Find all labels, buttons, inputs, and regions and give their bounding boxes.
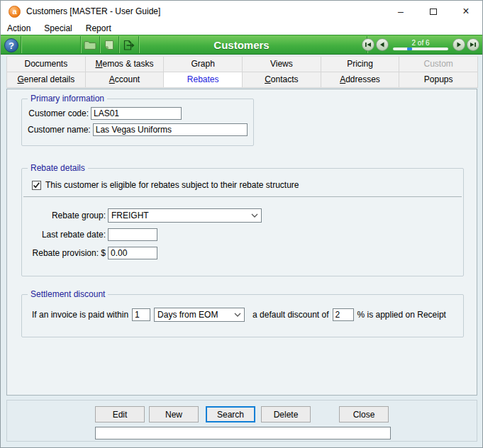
customer-name-label: Customer name:	[28, 125, 91, 135]
customer-code-field[interactable]	[91, 107, 182, 120]
rebate-details-legend: Rebate details	[28, 163, 88, 173]
rebate-provision-label: Rebate provision: $	[28, 248, 106, 258]
export-button[interactable]	[119, 37, 138, 53]
title-bar: a Customers [MASTER - User Guide] – ×	[1, 1, 482, 22]
customer-code-label: Customer code:	[28, 108, 89, 118]
help-icon[interactable]: ?	[4, 38, 18, 52]
last-rebate-date-label: Last rebate date:	[28, 230, 106, 240]
primary-information-group: Primary information Customer code: Custo…	[21, 94, 254, 146]
tab-documents[interactable]: Documents	[7, 57, 86, 72]
settlement-period-dropdown[interactable]: Days from EOM	[154, 308, 245, 322]
checkmark-icon	[33, 181, 40, 189]
record-position: 2 of 6	[390, 39, 451, 50]
status-field[interactable]	[95, 427, 391, 439]
window-title: Customers [MASTER - User Guide]	[26, 6, 160, 16]
action-button-row: Edit New Search Delete Close	[95, 406, 389, 422]
settlement-text-middle: a default discount of	[252, 310, 328, 320]
first-record-button[interactable]	[362, 38, 374, 51]
maximize-icon	[430, 9, 437, 15]
tab-contacts[interactable]: Contacts	[243, 72, 321, 88]
tab-graph[interactable]: Graph	[164, 57, 243, 72]
menu-special[interactable]: Special	[44, 23, 72, 33]
search-button[interactable]: Search	[206, 406, 255, 422]
tab-rebates[interactable]: Rebates	[164, 72, 243, 88]
record-position-text: 2 of 6	[411, 39, 429, 47]
rebate-group-value: FREIGHT	[111, 211, 149, 220]
toolbar-separator	[138, 36, 140, 53]
chevron-down-icon	[251, 213, 258, 218]
section-divider	[23, 196, 462, 197]
maximize-button[interactable]	[417, 1, 450, 22]
menu-report[interactable]: Report	[86, 23, 111, 33]
open-folder-button[interactable]	[81, 37, 99, 53]
app-logo-icon: a	[9, 6, 21, 18]
last-record-button[interactable]	[467, 38, 479, 51]
rebate-group-label: Rebate group:	[28, 211, 106, 220]
last-rebate-date-field[interactable]	[108, 228, 157, 241]
rebate-details-group: Rebate details This customer is eligible…	[21, 163, 464, 276]
next-record-button[interactable]	[453, 38, 465, 51]
open-folder-icon	[84, 40, 96, 50]
record-position-slider[interactable]	[393, 47, 448, 50]
rebate-provision-field[interactable]	[108, 247, 157, 259]
tab-general-details[interactable]: General details	[7, 72, 86, 88]
first-record-icon	[365, 41, 372, 48]
menu-bar: Action Special Report	[1, 22, 482, 35]
tab-memos-and-tasks[interactable]: Memos & tasks	[86, 57, 165, 72]
close-icon: ×	[462, 6, 469, 17]
settlement-text-before: If an invoice is paid within	[32, 310, 128, 320]
chevron-down-icon	[234, 313, 241, 317]
minimize-button[interactable]: –	[384, 1, 417, 22]
new-document-icon	[104, 40, 115, 50]
customers-window: a Customers [MASTER - User Guide] – × Ac…	[0, 0, 483, 448]
rebate-group-dropdown[interactable]: FREIGHT	[108, 208, 262, 223]
previous-record-button[interactable]	[376, 38, 389, 51]
settlement-days-field[interactable]	[132, 308, 150, 321]
tab-addresses[interactable]: Addresses	[321, 72, 400, 88]
primary-information-legend: Primary information	[28, 94, 107, 103]
customer-name-field[interactable]	[93, 123, 248, 136]
rebates-eligible-checkbox[interactable]	[32, 181, 41, 190]
next-record-icon	[455, 41, 462, 48]
new-button[interactable]: New	[149, 406, 199, 422]
settlement-discount-field[interactable]	[333, 308, 354, 321]
record-navigator: 2 of 6	[362, 38, 479, 51]
tab-pricing[interactable]: Pricing	[321, 57, 400, 72]
new-document-button[interactable]	[100, 37, 118, 53]
settlement-discount-group: Settlement discount If an invoice is pai…	[21, 289, 464, 337]
rebates-eligible-label: This customer is eligible for rebates su…	[45, 180, 299, 190]
edit-button[interactable]: Edit	[95, 406, 145, 422]
settlement-text-after: % is applied on Receipt	[357, 310, 446, 320]
settlement-discount-legend: Settlement discount	[28, 289, 108, 299]
export-icon	[122, 40, 135, 51]
rebates-tab-panel: Primary information Customer code: Custo…	[6, 89, 477, 396]
last-record-icon	[470, 41, 477, 48]
record-position-thumb[interactable]	[407, 47, 412, 50]
tab-views[interactable]: Views	[243, 57, 321, 72]
delete-button[interactable]: Delete	[261, 406, 311, 422]
close-button-footer[interactable]: Close	[339, 406, 389, 422]
tab-custom: Custom	[399, 57, 478, 72]
tab-account[interactable]: Account	[86, 72, 165, 88]
footer-panel: Edit New Search Delete Close	[6, 400, 477, 442]
tab-strip: Documents Memos & tasks Graph Views Pric…	[6, 56, 478, 88]
previous-record-icon	[379, 41, 386, 48]
toolbar: ? Customers	[1, 35, 482, 55]
tab-popups[interactable]: Popups	[399, 72, 478, 88]
close-button[interactable]: ×	[450, 1, 482, 22]
settlement-period-value: Days from EOM	[157, 310, 218, 320]
menu-action[interactable]: Action	[7, 23, 30, 33]
toolbar-separator	[21, 36, 22, 53]
